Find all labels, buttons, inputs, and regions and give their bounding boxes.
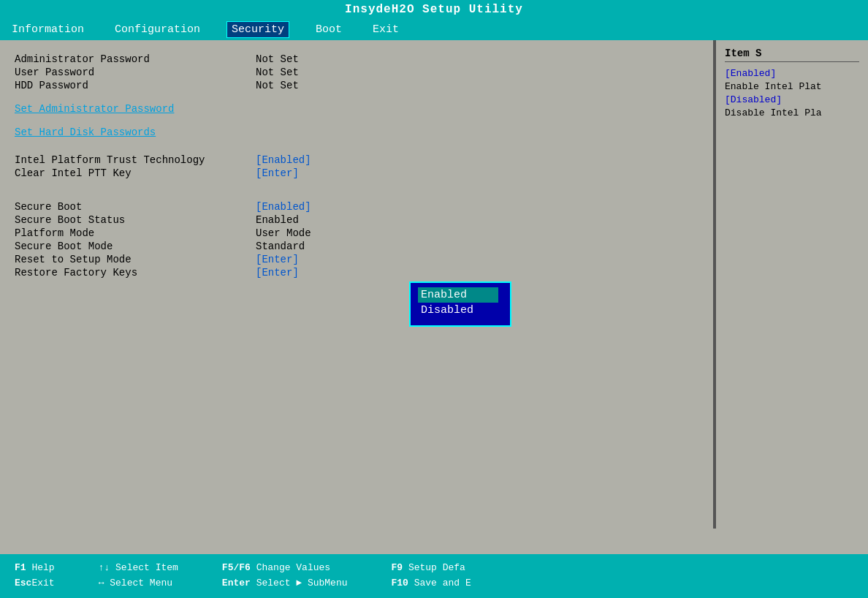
title-bar: InsydeH2O Setup Utility — [0, 0, 868, 19]
reset-setup-mode-value: [Enter] — [256, 254, 299, 265]
secure-boot-row: Secure Boot [Enabled] — [15, 201, 698, 213]
admin-password-label: Administrator Password — [15, 53, 248, 65]
status-help: F1 Help EscExit — [15, 561, 55, 591]
clear-ptt-value: [Enter] — [256, 167, 299, 179]
center-panel: Administrator Password Not Set User Pass… — [0, 40, 715, 529]
hdd-password-row: HDD Password Not Set — [15, 80, 698, 91]
user-password-value: Not Set — [256, 67, 299, 78]
platform-mode-row: Platform Mode User Mode — [15, 227, 698, 239]
right-panel-title: Item S — [725, 48, 859, 62]
ptt-row: Intel Platform Trust Technology [Enabled… — [15, 154, 698, 166]
status-select: ↑↓ Select Item ↔ Select Menu — [99, 561, 178, 591]
main-content: Administrator Password Not Set User Pass… — [0, 40, 868, 529]
menu-bar: Information Configuration Security Boot … — [0, 19, 868, 40]
status-bar: F1 Help EscExit ↑↓ Select Item ↔ Select … — [0, 554, 868, 598]
status-values: F5/F6 Change Values Enter Select ► SubMe… — [222, 561, 348, 591]
secure-boot-status-row: Secure Boot Status Enabled — [15, 214, 698, 226]
secure-boot-mode-value: Standard — [256, 241, 305, 252]
secure-boot-mode-label: Secure Boot Mode — [15, 241, 248, 252]
admin-password-value: Not Set — [256, 53, 299, 65]
status-setup: F9 Setup Defa F10 Save and E — [392, 561, 471, 591]
admin-password-row: Administrator Password Not Set — [15, 53, 698, 65]
reset-setup-mode-row: Reset to Setup Mode [Enter] — [15, 254, 698, 265]
clear-ptt-label: Clear Intel PTT Key — [15, 167, 248, 179]
menu-boot[interactable]: Boot — [311, 22, 346, 37]
restore-factory-keys-value: [Enter] — [256, 267, 299, 279]
right-item-0: [Enabled] — [725, 68, 859, 79]
menu-configuration[interactable]: Configuration — [110, 22, 205, 37]
menu-exit[interactable]: Exit — [368, 22, 403, 37]
dropdown-option-enabled[interactable]: Enabled — [418, 287, 498, 303]
clear-ptt-row: Clear Intel PTT Key [Enter] — [15, 167, 698, 179]
menu-security[interactable]: Security — [226, 21, 289, 38]
secure-boot-label: Secure Boot — [15, 201, 248, 213]
right-panel: Item S [Enabled] Enable Intel Plat [Disa… — [715, 40, 868, 529]
secure-boot-status-value: Enabled — [256, 214, 299, 226]
secure-boot-status-label: Secure Boot Status — [15, 214, 248, 226]
secure-boot-dropdown[interactable]: Enabled Disabled — [409, 281, 511, 327]
ptt-label: Intel Platform Trust Technology — [15, 154, 248, 166]
app-title: InsydeH2O Setup Utility — [345, 3, 523, 16]
secure-boot-mode-row: Secure Boot Mode Standard — [15, 241, 698, 252]
right-item-2: [Disabled] — [725, 94, 859, 105]
user-password-row: User Password Not Set — [15, 67, 698, 78]
right-item-1: Enable Intel Plat — [725, 81, 859, 92]
user-password-label: User Password — [15, 67, 248, 78]
platform-mode-label: Platform Mode — [15, 227, 248, 239]
hdd-password-value: Not Set — [256, 80, 299, 91]
right-item-3: Disable Intel Pla — [725, 107, 859, 118]
platform-mode-value: User Mode — [256, 227, 311, 239]
set-admin-password-link[interactable]: Set Administrator Password — [15, 103, 248, 115]
restore-factory-keys-row: Restore Factory Keys [Enter] — [15, 267, 698, 279]
set-hdd-password-row[interactable]: Set Hard Disk Passwords — [15, 126, 698, 138]
secure-boot-value: [Enabled] — [256, 201, 311, 213]
ptt-value: [Enabled] — [256, 154, 311, 166]
hdd-password-label: HDD Password — [15, 80, 248, 91]
set-hdd-password-link[interactable]: Set Hard Disk Passwords — [15, 126, 248, 138]
dropdown-option-disabled[interactable]: Disabled — [418, 303, 498, 318]
menu-information[interactable]: Information — [7, 22, 88, 37]
set-admin-password-row[interactable]: Set Administrator Password — [15, 103, 698, 115]
restore-factory-keys-label: Restore Factory Keys — [15, 267, 248, 279]
reset-setup-mode-label: Reset to Setup Mode — [15, 254, 248, 265]
